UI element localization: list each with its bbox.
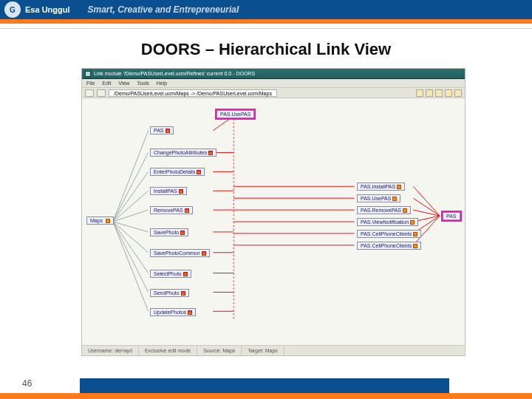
link-icon xyxy=(181,291,185,296)
footer-accent-bar xyxy=(0,393,532,399)
node-label: Maps xyxy=(90,218,103,223)
node-label: PAS.InstallPAS xyxy=(361,184,395,189)
node-right[interactable]: PAS.CellPhoneClients xyxy=(357,230,421,238)
link-icon xyxy=(179,189,183,194)
menu-tools[interactable]: Tools xyxy=(137,81,149,86)
link-out-icon xyxy=(397,185,401,189)
header-bar: G Esa Unggul Smart, Creative and Entrepr… xyxy=(0,0,532,19)
node-mid[interactable]: ChangePhotoAttributes xyxy=(150,149,216,157)
app-icon xyxy=(85,71,91,77)
node-mid[interactable]: InstallPAS xyxy=(150,187,187,195)
node-label: SavePhoto xyxy=(154,230,179,235)
link-out-icon xyxy=(413,244,417,248)
doors-window: Link module '/Demo/PASUserLevel.ucm/Refi… xyxy=(81,68,466,356)
node-mid[interactable]: RemovePAS xyxy=(150,206,193,214)
status-bar: Username: derrayd Exclusive edit mode So… xyxy=(82,345,465,355)
icon[interactable] xyxy=(454,89,462,97)
node-label: EnterPhotoDetails xyxy=(154,169,195,174)
node-label: InstallPAS xyxy=(154,188,177,194)
page-number: 46 xyxy=(22,378,32,389)
link-out-icon xyxy=(392,197,397,201)
icon[interactable] xyxy=(435,89,443,97)
link-icon xyxy=(183,272,188,276)
toolbar: /Demo/PASUserLevel.ucm/Maps -> /Demo/PAS… xyxy=(82,88,465,98)
node-right[interactable]: PAS.RemovePAS xyxy=(357,206,411,214)
brand-logo-letter: G xyxy=(10,6,16,14)
window-titlebar: Link module '/Demo/PASUserLevel.ucm/Refi… xyxy=(82,69,465,79)
status-target: Target: Maps xyxy=(242,346,284,356)
node-mid[interactable]: SelectPhoto xyxy=(150,270,191,278)
menu-help[interactable]: Help xyxy=(157,81,167,86)
header-accent-bar xyxy=(0,19,532,24)
toolbar-button[interactable] xyxy=(97,89,106,97)
node-label: SavePhotoCommon xyxy=(154,250,200,256)
header-rule xyxy=(0,28,532,29)
node-mid[interactable]: EnterPhotoDetails xyxy=(150,168,205,176)
window-title-text: Link module '/Demo/PASUserLevel.ucm/Refi… xyxy=(94,71,255,76)
node-root-maps[interactable]: Maps xyxy=(86,216,114,225)
status-source: Source: Maps xyxy=(197,346,242,356)
node-mid[interactable]: SavePhotoCommon xyxy=(150,249,210,257)
node-right[interactable]: PAS.ViewNotification xyxy=(357,218,418,226)
node-mid[interactable]: SendPhoto xyxy=(150,289,189,297)
link-icon xyxy=(166,129,170,133)
link-out-icon xyxy=(410,220,415,225)
node-label: PAS.CellPhoneClients xyxy=(361,243,412,248)
node-right[interactable]: PAS.CellPhoneClients xyxy=(357,242,421,250)
footer-nav-stripe xyxy=(80,378,449,393)
icon[interactable] xyxy=(445,89,452,97)
node-mid[interactable]: PAS xyxy=(150,126,174,134)
link-icon xyxy=(185,208,189,213)
toolbar-right-icons xyxy=(416,89,462,97)
node-label: PAS.CellPhoneClients xyxy=(361,231,412,236)
node-right[interactable]: PAS.UsePAS xyxy=(357,194,400,202)
slide-title: DOORS – Hierarchical Link View xyxy=(0,40,532,59)
menu-file[interactable]: File xyxy=(86,81,95,86)
link-out-icon xyxy=(403,208,407,213)
node-pas-usepas-top[interactable]: PAS.UsePAS xyxy=(216,110,254,118)
menu-edit[interactable]: Edit xyxy=(102,81,111,86)
node-label: PAS xyxy=(446,214,457,219)
node-label: PAS.UsePAS xyxy=(361,196,391,201)
link-icon xyxy=(202,251,206,256)
link-icon xyxy=(180,231,185,235)
node-label: UpdatePhotos xyxy=(154,310,186,315)
node-label: PAS.RemovePAS xyxy=(361,208,401,213)
brand-tagline: Smart, Creative and Entrepreneurial xyxy=(88,4,239,15)
link-out-icon xyxy=(413,232,417,236)
find-icon[interactable] xyxy=(416,89,423,97)
status-user: Username: derrayd xyxy=(82,346,139,356)
toolbar-button[interactable] xyxy=(85,89,94,97)
node-label: ChangePhotoAttributes xyxy=(154,150,207,155)
link-icon xyxy=(197,170,201,174)
brand-logo: G xyxy=(4,1,21,18)
link-icon xyxy=(208,151,213,155)
menu-view[interactable]: View xyxy=(118,81,129,86)
node-right[interactable]: PAS.InstallPAS xyxy=(357,183,405,191)
brand-name: Esa Unggul xyxy=(25,5,70,14)
status-mode: Exclusive edit mode xyxy=(139,346,197,356)
diagram-canvas[interactable]: Maps PAS.UsePAS PAS ChangePhotoAttribute… xyxy=(82,98,465,345)
node-mid[interactable]: UpdatePhotos xyxy=(150,308,196,316)
link-out-icon xyxy=(106,219,110,223)
node-label: PAS xyxy=(154,128,164,133)
node-label: SelectPhoto xyxy=(154,271,182,276)
icon[interactable] xyxy=(426,89,433,97)
slide: G Esa Unggul Smart, Creative and Entrepr… xyxy=(0,0,532,399)
node-label: PAS.UsePAS xyxy=(220,112,250,117)
menubar: File Edit View Tools Help xyxy=(82,79,465,88)
node-label: SendPhoto xyxy=(154,290,180,296)
link-icon xyxy=(188,310,192,315)
node-mid[interactable]: SavePhoto xyxy=(150,228,188,236)
node-label: PAS.ViewNotification xyxy=(361,219,409,225)
breadcrumb: /Demo/PASUserLevel.ucm/Maps -> /Demo/PAS… xyxy=(109,89,277,97)
node-pas-right[interactable]: PAS xyxy=(443,212,460,220)
node-label: RemovePAS xyxy=(154,208,183,213)
